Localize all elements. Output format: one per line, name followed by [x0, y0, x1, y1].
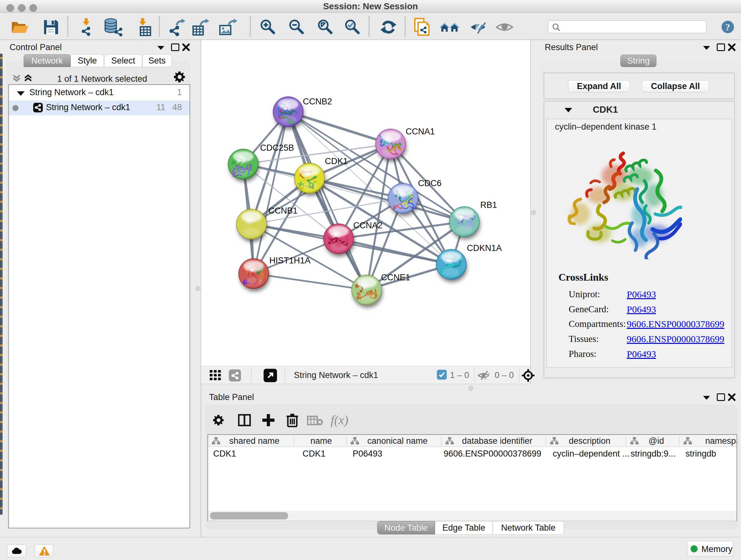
svg-text:CDK1: CDK1 [325, 157, 348, 166]
svg-text:RB1: RB1 [480, 200, 497, 210]
svg-text:CDC6: CDC6 [418, 179, 442, 188]
svg-text:CCNA2: CCNA2 [353, 221, 383, 230]
svg-text:CDC25B: CDC25B [260, 143, 294, 152]
svg-text:HIST1H1A: HIST1H1A [269, 256, 311, 265]
svg-text:CCNB1: CCNB1 [268, 206, 298, 215]
svg-text:CCNE1: CCNE1 [381, 273, 410, 282]
svg-text:CDKN1A: CDKN1A [467, 243, 502, 253]
svg-text:CCNA1: CCNA1 [406, 127, 435, 136]
svg-text:CCNB2: CCNB2 [303, 97, 332, 106]
